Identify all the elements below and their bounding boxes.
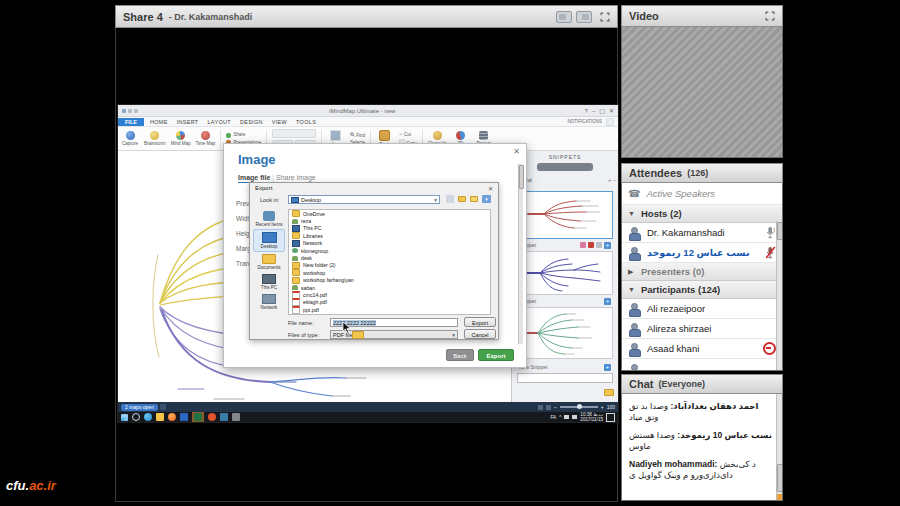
- sidebar-item-network[interactable]: Network: [253, 292, 285, 312]
- edge-browser-icon[interactable]: [144, 413, 152, 421]
- snippet-card-red[interactable]: [517, 191, 613, 239]
- sidebar-item-desktop[interactable]: Desktop: [253, 229, 285, 252]
- pod-layout-toggle2-icon[interactable]: [576, 11, 592, 23]
- close-icon[interactable]: ✕: [609, 107, 614, 114]
- export-confirm-button[interactable]: Export: [464, 317, 496, 327]
- tab-view[interactable]: VIEW: [272, 119, 287, 125]
- up-one-level-icon[interactable]: [458, 196, 466, 202]
- new-snippet-add-icon[interactable]: +: [604, 364, 611, 371]
- file-item[interactable]: OneDrive: [289, 210, 490, 217]
- undo-icon[interactable]: [134, 109, 138, 113]
- zoom-out-icon[interactable]: –: [554, 404, 557, 410]
- file-item[interactable]: eklagh.pdf: [289, 299, 490, 306]
- file-item[interactable]: workshop farhangiyan: [289, 277, 490, 284]
- cut-button[interactable]: ✂ Cut: [399, 132, 417, 137]
- network-tray-icon[interactable]: [564, 415, 569, 419]
- file-item[interactable]: cmc14.pdf: [289, 291, 490, 298]
- file-item[interactable]: reza: [289, 217, 490, 224]
- file-item[interactable]: ppt.pdf: [289, 306, 490, 313]
- attendees-scrollbar[interactable]: [776, 221, 782, 371]
- firefox-icon[interactable]: [168, 413, 176, 421]
- action-center-icon[interactable]: [606, 413, 615, 422]
- grid-view-icon[interactable]: [546, 405, 551, 410]
- attendee-row[interactable]: Ali rezaeipoor: [622, 299, 782, 319]
- back-button[interactable]: Back: [446, 349, 474, 361]
- minimize-icon[interactable]: –: [592, 108, 595, 114]
- close-icon[interactable]: ✕: [488, 185, 493, 192]
- tab-tools[interactable]: TOOLS: [296, 119, 316, 125]
- tab-file[interactable]: FILE: [118, 118, 144, 126]
- file-item[interactable]: Homegroup: [289, 247, 490, 254]
- fullscreen-icon[interactable]: [600, 12, 610, 22]
- attendee-row-host[interactable]: Dr. Kakamanshadi: [622, 223, 782, 243]
- snippet-share-icon[interactable]: [580, 242, 586, 248]
- snippet-delete-icon[interactable]: [588, 242, 594, 248]
- participants-section-header[interactable]: ▼ Participants (124): [622, 281, 782, 299]
- attendee-row[interactable]: Asaad khani: [622, 339, 782, 359]
- tab-home[interactable]: HOME: [150, 119, 168, 125]
- microphone-active-icon[interactable]: [765, 226, 776, 239]
- save-icon[interactable]: [128, 109, 132, 113]
- powerpoint-icon[interactable]: [208, 413, 216, 421]
- notifications-icon[interactable]: [606, 118, 614, 126]
- tab-design[interactable]: DESIGN: [240, 119, 263, 125]
- maps-open-badge[interactable]: 2 maps open: [121, 404, 158, 411]
- dialog-scrollbar[interactable]: [518, 164, 523, 344]
- cortana-search-icon[interactable]: [132, 413, 140, 421]
- cancel-button[interactable]: Cancel: [464, 329, 496, 339]
- file-item[interactable]: Libraries: [289, 232, 490, 239]
- export-button[interactable]: Export: [478, 349, 514, 361]
- tab-share-image[interactable]: Share image: [276, 174, 316, 181]
- active-app-highlight[interactable]: [192, 412, 204, 422]
- find-button[interactable]: Find: [350, 132, 365, 138]
- snippets-capture-button[interactable]: [537, 163, 593, 171]
- back-nav-icon[interactable]: [446, 195, 454, 203]
- pinned-app-icon[interactable]: [232, 413, 240, 421]
- share-button[interactable]: Share: [226, 132, 261, 137]
- tray-expand-icon[interactable]: ^: [559, 415, 561, 420]
- hosts-section-header[interactable]: ▼ Hosts (2): [622, 205, 782, 223]
- file-explorer-icon[interactable]: [156, 413, 164, 421]
- microphone-muted-icon[interactable]: [765, 246, 776, 259]
- attendee-row[interactable]: Alireza shirzaei: [622, 319, 782, 339]
- taskbar-clock[interactable]: 10:38 ب.ظ 2017/11/15: [580, 412, 603, 422]
- new-snippet-input[interactable]: [517, 373, 613, 383]
- time-map-button[interactable]: Time Map: [196, 128, 216, 149]
- maximize-icon[interactable]: ▢: [599, 107, 605, 114]
- tab-layout[interactable]: LAYOUT: [208, 119, 231, 125]
- notifications-label[interactable]: NOTIFICATIONS: [568, 119, 602, 124]
- snippet-card-blue[interactable]: [517, 251, 613, 295]
- group-add-icon[interactable]: +: [608, 177, 611, 183]
- zoom-in-icon[interactable]: +: [601, 404, 604, 410]
- mind-map-button[interactable]: Mind Map: [171, 128, 191, 149]
- file-item[interactable]: New folder (2): [289, 262, 490, 269]
- volume-tray-icon[interactable]: [572, 415, 577, 419]
- file-item[interactable]: saban: [289, 284, 490, 291]
- presenters-section-header[interactable]: ▶ Presenters (0): [622, 263, 782, 281]
- snippet-card-green[interactable]: [517, 307, 613, 359]
- view-menu-icon[interactable]: ▾: [482, 195, 491, 203]
- scroll-to-bottom-icon[interactable]: [777, 494, 783, 501]
- sidebar-item-thispc[interactable]: This PC: [253, 272, 285, 292]
- tab-insert[interactable]: INSERT: [177, 119, 199, 125]
- file-item[interactable]: desk: [289, 254, 490, 261]
- look-in-select[interactable]: Desktop ▾: [288, 195, 440, 204]
- snippet-insert-icon[interactable]: +: [604, 298, 611, 305]
- file-item[interactable]: This PC: [289, 225, 490, 232]
- start-button-icon[interactable]: [121, 414, 128, 421]
- chat-scrollbar[interactable]: [776, 394, 782, 501]
- snippet-copy-icon[interactable]: [596, 242, 602, 248]
- brainstorm-button[interactable]: Brainstorm: [144, 128, 166, 149]
- mindmap-app-icon[interactable]: [220, 413, 228, 421]
- add-map-icon[interactable]: [160, 404, 166, 410]
- help-icon[interactable]: ?: [585, 108, 588, 114]
- language-indicator[interactable]: FA: [551, 415, 557, 420]
- sidebar-item-recent[interactable]: Recent Items: [253, 209, 285, 229]
- close-icon[interactable]: ✕: [513, 147, 520, 156]
- zoom-slider[interactable]: [560, 406, 598, 408]
- fit-view-icon[interactable]: [538, 405, 543, 410]
- fullscreen-icon[interactable]: [765, 11, 775, 21]
- word-icon[interactable]: [180, 413, 188, 421]
- attendee-row-host[interactable]: نسب عباس 12 ریموخد: [622, 243, 782, 263]
- new-folder-icon[interactable]: [470, 196, 478, 202]
